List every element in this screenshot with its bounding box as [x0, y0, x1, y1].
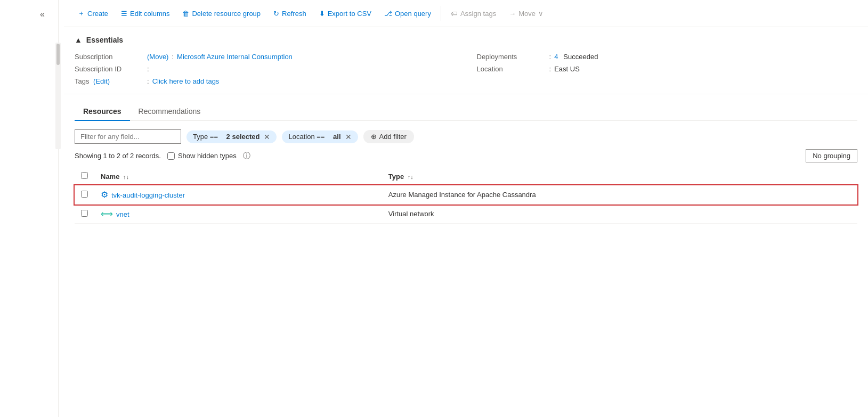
- grouping-button[interactable]: No grouping: [806, 149, 857, 162]
- row-checkbox[interactable]: [81, 210, 88, 217]
- refresh-icon: ↻: [273, 10, 279, 18]
- location-value: East US: [554, 65, 580, 73]
- vnet-icon: ⟺: [101, 209, 113, 218]
- deployments-count-link[interactable]: 4: [554, 53, 558, 61]
- delete-icon: 🗑: [182, 10, 189, 18]
- edit-columns-icon: ☰: [121, 10, 127, 18]
- refresh-button[interactable]: ↻ Refresh: [268, 6, 312, 21]
- resource-name-link[interactable]: vnet: [116, 210, 129, 218]
- move-button[interactable]: → Move ∨: [504, 6, 549, 21]
- tab-recommendations[interactable]: Recommendations: [130, 103, 209, 121]
- type-filter-chip[interactable]: Type == 2 selected ✕: [186, 130, 277, 143]
- deployments-status: Succeeded: [563, 53, 598, 61]
- location-chip-value: all: [333, 133, 340, 141]
- location-filter-chip[interactable]: Location == all ✕: [282, 130, 358, 143]
- resources-table-container: Name ↑↓ Type ↑↓ ⚙tvk-audit-logging-clust…: [64, 168, 868, 224]
- info-icon[interactable]: ⓘ: [243, 151, 250, 161]
- row-checkbox[interactable]: [81, 191, 88, 198]
- essentials-chevron-icon: ▲: [75, 36, 82, 44]
- tabs: Resources Recommendations: [75, 103, 857, 121]
- delete-rg-button[interactable]: 🗑 Delete resource group: [177, 6, 266, 21]
- filter-input[interactable]: [75, 129, 181, 144]
- row-name-cell: ⚙tvk-audit-logging-cluster: [94, 185, 382, 205]
- tag-icon: 🏷: [451, 10, 458, 18]
- table-row: ⟺vnetVirtual network: [75, 205, 857, 224]
- subscription-move-link[interactable]: (Move): [147, 53, 168, 61]
- row-type-cell: Azure Managed Instance for Apache Cassan…: [382, 185, 857, 205]
- type-chip-close-icon[interactable]: ✕: [264, 133, 270, 141]
- scrollbar-thumb: [56, 44, 60, 65]
- open-query-button[interactable]: ⎇ Open query: [379, 6, 436, 21]
- add-filter-button[interactable]: ⊕ Add filter: [363, 130, 414, 143]
- row-name-cell: ⟺vnet: [94, 205, 382, 224]
- select-all-checkbox[interactable]: [81, 172, 88, 179]
- subscription-id-row: Subscription ID :: [75, 65, 456, 73]
- query-icon: ⎇: [384, 10, 392, 18]
- essentials-header[interactable]: ▲ Essentials: [75, 36, 857, 44]
- essentials-left: Subscription (Move) : Microsoft Azure In…: [75, 53, 456, 85]
- export-csv-button[interactable]: ⬇ Export to CSV: [314, 6, 377, 21]
- row-checkbox-cell: [75, 205, 94, 224]
- sidebar-collapse-button[interactable]: «: [40, 10, 45, 19]
- record-row: Showing 1 to 2 of 2 records. Show hidden…: [64, 149, 868, 168]
- subscription-value-link[interactable]: Microsoft Azure Internal Consumption: [177, 53, 293, 61]
- subscription-row: Subscription (Move) : Microsoft Azure In…: [75, 53, 456, 61]
- scrollbar[interactable]: [55, 43, 61, 149]
- location-chip-prefix: Location ==: [288, 133, 325, 141]
- col-header-type[interactable]: Type ↑↓: [382, 168, 857, 185]
- essentials-right: Deployments : 4 Succeeded Location : Eas…: [477, 53, 858, 85]
- showing-text: Showing 1 to 2 of 2 records.: [75, 152, 161, 160]
- show-hidden-types-label[interactable]: Show hidden types: [167, 152, 237, 160]
- tags-edit-link[interactable]: (Edit): [93, 77, 110, 85]
- filter-section: Type == 2 selected ✕ Location == all ✕ ⊕…: [64, 121, 868, 149]
- create-button[interactable]: ＋ Create: [72, 5, 113, 21]
- table-row: ⚙tvk-audit-logging-clusterAzure Managed …: [75, 185, 857, 205]
- tabs-section: Resources Recommendations: [64, 94, 868, 121]
- type-chip-prefix: Type ==: [193, 133, 218, 141]
- col-header-name[interactable]: Name ↑↓: [94, 168, 382, 185]
- move-chevron-icon: ∨: [538, 10, 543, 18]
- tags-add-link[interactable]: Click here to add tags: [152, 77, 220, 85]
- sidebar: [0, 0, 59, 224]
- assign-tags-button[interactable]: 🏷 Assign tags: [445, 6, 501, 21]
- add-filter-icon: ⊕: [371, 133, 377, 141]
- type-chip-value: 2 selected: [226, 133, 260, 141]
- row-type-cell: Virtual network: [382, 205, 857, 224]
- tab-resources[interactable]: Resources: [75, 103, 130, 121]
- cassandra-icon: ⚙: [101, 190, 108, 199]
- essentials-grid: Subscription (Move) : Microsoft Azure In…: [75, 53, 857, 85]
- toolbar: ＋ Create ☰ Edit columns 🗑 Delete resourc…: [64, 0, 868, 27]
- tags-row: Tags (Edit) : Click here to add tags: [75, 77, 456, 85]
- location-row: Location : East US: [477, 65, 858, 73]
- edit-columns-button[interactable]: ☰ Edit columns: [116, 6, 175, 21]
- show-hidden-types-checkbox[interactable]: [167, 152, 175, 160]
- export-icon: ⬇: [319, 10, 325, 18]
- main-content: ＋ Create ☰ Edit columns 🗑 Delete resourc…: [64, 0, 868, 224]
- location-chip-close-icon[interactable]: ✕: [345, 133, 352, 141]
- resources-table: Name ↑↓ Type ↑↓ ⚙tvk-audit-logging-clust…: [75, 168, 857, 224]
- move-arrow-icon: →: [509, 10, 516, 18]
- name-sort-icon: ↑↓: [123, 174, 129, 180]
- tags-label: Tags (Edit): [75, 77, 144, 85]
- essentials-section: ▲ Essentials Subscription (Move) : Micro…: [64, 27, 868, 94]
- create-icon: ＋: [78, 9, 85, 18]
- toolbar-divider: [441, 6, 441, 21]
- type-sort-icon: ↑↓: [408, 174, 413, 180]
- resource-name-link[interactable]: tvk-audit-logging-cluster: [111, 191, 185, 199]
- col-header-checkbox: [75, 168, 94, 185]
- deployments-row: Deployments : 4 Succeeded: [477, 53, 858, 61]
- row-checkbox-cell: [75, 185, 94, 205]
